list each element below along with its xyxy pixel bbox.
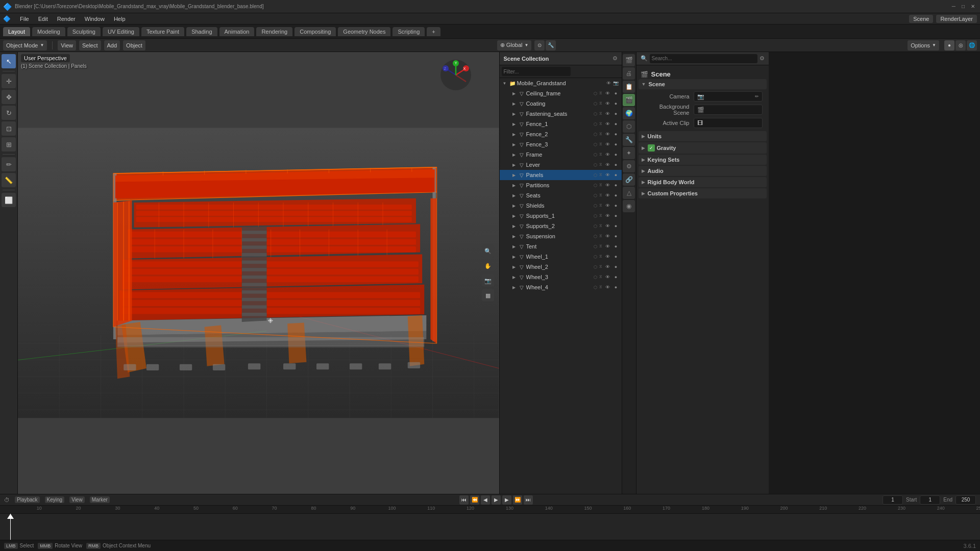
options-btn[interactable]: Options ▼	[908, 40, 939, 51]
render-vis-icon[interactable]: ●	[612, 243, 620, 250]
render-vis-icon[interactable]: ●	[612, 222, 620, 230]
tab-modeling[interactable]: Modeling	[32, 27, 65, 36]
menu-edit[interactable]: Edit	[34, 15, 52, 23]
units-section-header[interactable]: ▶ Units	[639, 131, 767, 141]
viewport-shading-render[interactable]: 🌐	[967, 40, 977, 51]
scale-tool[interactable]: ⊡	[2, 121, 16, 136]
render-vis-icon[interactable]: ●	[612, 131, 620, 138]
props-search-input[interactable]	[650, 54, 757, 63]
render-props-tab[interactable]: 🎬	[623, 54, 635, 66]
tab-uv-editing[interactable]: UV Editing	[103, 27, 139, 36]
eye-icon[interactable]: 👁	[604, 171, 611, 179]
audio-section-header[interactable]: ▶ Audio	[639, 166, 767, 176]
keying-sets-section-header[interactable]: ▶ Keying Sets	[639, 155, 767, 165]
custom-props-section-header[interactable]: ▶ Custom Properties	[639, 188, 767, 198]
view-menu-tl[interactable]: View	[69, 496, 85, 503]
viewport-shading-solid[interactable]: ●	[944, 40, 954, 51]
eye-icon[interactable]: 👁	[604, 222, 611, 230]
outliner-search-input[interactable]	[502, 67, 571, 76]
restore-btn[interactable]: □	[960, 4, 967, 9]
select-tool[interactable]: ↖	[2, 54, 16, 68]
eye-icon[interactable]: 👁	[604, 263, 611, 270]
render-layer-selector[interactable]: RenderLayer	[936, 15, 977, 23]
timeline-track[interactable]: 1020304050607080901001101201301401501601…	[0, 506, 980, 540]
prev-keyframe-btn[interactable]: ◀	[481, 495, 490, 505]
render-vis-icon[interactable]: ●	[612, 212, 620, 219]
tab-sculpting[interactable]: Sculpting	[67, 27, 101, 36]
tree-item[interactable]: ▶ ▽ Supports_2 ⬡ ⧖ 👁 ●	[500, 221, 622, 231]
prev-frame-btn[interactable]: ⏪	[470, 495, 479, 505]
tree-item[interactable]: ▶ ▽ Seats ⬡ ⧖ 👁 ●	[500, 190, 622, 201]
tree-item[interactable]: ▶ ▽ Fence_1 ⬡ ⧖ 👁 ●	[500, 119, 622, 129]
eye-icon[interactable]: 👁	[604, 202, 611, 209]
camera-value[interactable]: 📷 ✏	[694, 91, 763, 102]
select-menu[interactable]: Select	[79, 40, 101, 51]
particles-props-tab[interactable]: ✦	[623, 147, 635, 159]
render-vis-icon[interactable]: ●	[612, 90, 620, 97]
camera-edit-icon[interactable]: ✏	[755, 94, 759, 99]
menu-help[interactable]: Help	[110, 15, 130, 23]
eye-icon[interactable]: 👁	[604, 141, 611, 148]
close-btn[interactable]: ✕	[969, 4, 977, 9]
scene-selector[interactable]: Scene	[909, 15, 933, 23]
eye-icon[interactable]: 👁	[604, 243, 611, 250]
tab-geometry-nodes[interactable]: Geometry Nodes	[338, 27, 390, 36]
zoom-in-btn[interactable]: 🔍	[482, 245, 494, 257]
tree-item[interactable]: ▶ ▽ Wheel_3 ⬡ ⧖ 👁 ●	[500, 272, 622, 282]
tab-add[interactable]: +	[427, 27, 440, 36]
tree-item[interactable]: ▶ ▽ Fence_2 ⬡ ⧖ 👁 ●	[500, 129, 622, 139]
modifier-props-tab[interactable]: 🔧	[623, 134, 635, 146]
tree-item[interactable]: ▶ ▽ Wheel_2 ⬡ ⧖ 👁 ●	[500, 262, 622, 272]
tab-rendering[interactable]: Rendering	[256, 27, 292, 36]
transform-global[interactable]: ⊕ Global ▼	[497, 40, 532, 51]
tree-item[interactable]: ▶ ▽ Ceiling_frame ⬡ ⧖ 👁 ●	[500, 88, 622, 98]
axes-gizmo[interactable]: X Y Z	[438, 57, 474, 93]
play-btn[interactable]: ▶	[492, 495, 501, 505]
current-frame-input[interactable]: 1	[883, 495, 903, 505]
rigid-body-section-header[interactable]: ▶ Rigid Body World	[639, 177, 767, 187]
render-vis-icon[interactable]: ●	[612, 273, 620, 281]
tree-item-root[interactable]: ▼ 📁 Mobile_Grandstand 👁 📷	[500, 78, 622, 88]
render-vis-icon[interactable]: ●	[612, 263, 620, 270]
snap-toggle[interactable]: 🔧	[546, 40, 556, 51]
eye-icon[interactable]: 👁	[604, 273, 611, 281]
start-frame-input[interactable]: 1	[920, 495, 940, 505]
tree-item[interactable]: ▶ ▽ Frame ⬡ ⧖ 👁 ●	[500, 149, 622, 160]
render-vis-icon[interactable]: ●	[612, 120, 620, 128]
render-vis-icon[interactable]: ●	[612, 110, 620, 117]
render-vis-icon[interactable]: ●	[612, 202, 620, 209]
scene-props-tab[interactable]: 🎬	[623, 94, 635, 106]
add-cube-tool[interactable]: ⬜	[2, 193, 16, 207]
eye-icon[interactable]: 👁	[604, 161, 611, 168]
tab-texture-paint[interactable]: Texture Paint	[141, 27, 184, 36]
viewport-3d[interactable]: User Perspective (1) Scene Collection | …	[18, 52, 499, 494]
tree-item[interactable]: ▶ ▽ Coating ⬡ ⧖ 👁 ●	[500, 98, 622, 109]
tree-item[interactable]: ▶ ▽ Supports_1 ⬡ ⧖ 👁 ●	[500, 211, 622, 221]
eye-icon[interactable]: 👁	[604, 182, 611, 189]
pan-btn[interactable]: ✋	[482, 260, 494, 272]
gravity-checkbox[interactable]: ✓	[648, 144, 655, 152]
add-menu[interactable]: Add	[104, 40, 120, 51]
cursor-tool[interactable]: ✛	[2, 74, 16, 88]
tree-item[interactable]: ▶ ▽ Shields ⬡ ⧖ 👁 ●	[500, 201, 622, 211]
eye-icon[interactable]: 👁	[604, 284, 611, 291]
render-vis-icon[interactable]: ●	[612, 182, 620, 189]
eye-icon[interactable]: 👁	[604, 212, 611, 219]
background-scene-value[interactable]: 🎬	[694, 105, 763, 115]
object-props-tab[interactable]: ⬡	[623, 120, 635, 133]
eye-icon[interactable]: 👁	[604, 253, 611, 260]
grid-btn[interactable]: ▦	[482, 289, 494, 302]
next-keyframe-btn[interactable]: ▶	[502, 495, 511, 505]
tree-item[interactable]: ▶ ▽ Fastening_seats ⬡ ⧖ 👁 ●	[500, 109, 622, 119]
tree-item[interactable]: ▶ ▽ Suspension ⬡ ⧖ 👁 ●	[500, 231, 622, 241]
active-clip-value[interactable]: 🎞	[694, 118, 763, 128]
render-vis-icon[interactable]: ●	[612, 141, 620, 148]
object-mode-dropdown[interactable]: Object Mode ▼	[3, 40, 47, 51]
tab-layout[interactable]: Layout	[3, 27, 30, 36]
constraints-props-tab[interactable]: 🔗	[623, 173, 635, 186]
transform-pivot[interactable]: ⊙	[534, 40, 545, 51]
object-menu[interactable]: Object	[123, 40, 145, 51]
playback-menu[interactable]: Playback	[15, 496, 40, 503]
move-tool[interactable]: ✥	[2, 90, 16, 104]
tree-item[interactable]: ▶ ▽ Tent ⬡ ⧖ 👁 ●	[500, 241, 622, 252]
